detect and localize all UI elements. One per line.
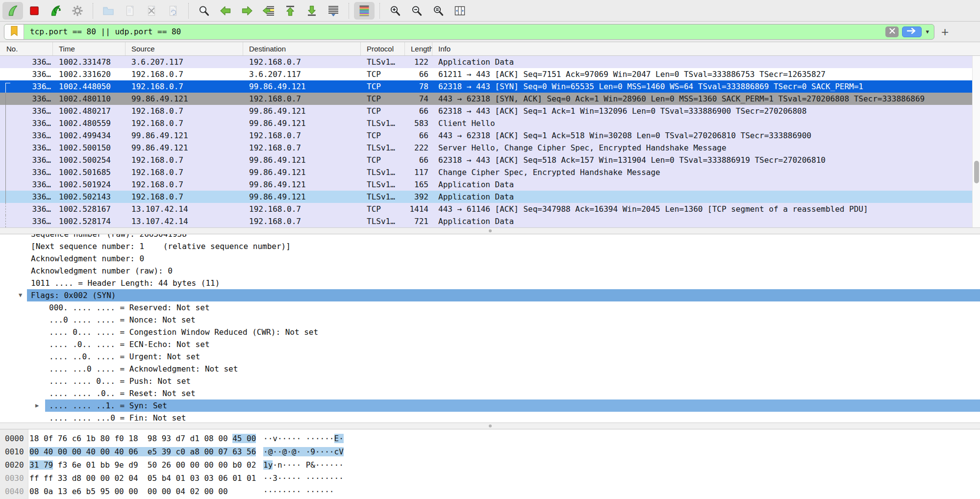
column-header-protocol[interactable]: Protocol	[361, 42, 405, 55]
zoom-in-button[interactable]	[385, 2, 405, 20]
detail-line[interactable]: Sequence number (raw): 2665041958	[0, 234, 980, 240]
column-header-source[interactable]: Source	[126, 42, 243, 55]
start-capture-button[interactable]	[2, 2, 23, 20]
go-back-button[interactable]	[215, 2, 236, 20]
cell-no: 336…	[0, 80, 53, 93]
expand-arrow-icon[interactable]: ▼	[19, 289, 22, 301]
filter-apply-button[interactable]	[902, 26, 922, 37]
packet-row[interactable]: 336…1002.480559192.168.0.799.86.49.121TL…	[0, 117, 980, 129]
go-to-packet-button[interactable]	[258, 2, 279, 20]
list-details-splitter[interactable]	[0, 227, 980, 234]
go-first-packet-button[interactable]	[280, 2, 301, 20]
hex-row[interactable]: 000018 0f 76 c6 1b 80 f0 18 98 93 d7 d1 …	[0, 432, 980, 445]
hex-row[interactable]: 002031 79 f3 6e 01 bb 9e d9 50 26 00 00 …	[0, 458, 980, 472]
detail-line[interactable]: .... .... ...0 = Fin: Not set	[0, 412, 980, 423]
filter-dropdown-button[interactable]: ▾	[926, 28, 929, 35]
hex-ascii[interactable]: ··3····· ········	[263, 472, 344, 485]
filter-clear-button[interactable]	[885, 26, 899, 37]
detail-line[interactable]: .... ..0. .... = Urgent: Not set	[0, 350, 980, 363]
wireshark-fin-icon	[6, 4, 19, 17]
auto-scroll-button[interactable]	[323, 2, 344, 20]
hex-row[interactable]: 004008 0a 13 e6 b5 95 00 00 00 00 04 02 …	[0, 485, 980, 498]
detail-line[interactable]: ▶.... .... ..1. = Syn: Set	[0, 399, 980, 412]
packet-row[interactable]: 336…1002.50015099.86.49.121192.168.0.7TL…	[0, 142, 980, 154]
packet-row[interactable]: 336…1002.52817413.107.42.14192.168.0.7TL…	[0, 215, 980, 227]
column-header-info[interactable]: Info	[432, 42, 980, 55]
detail-line[interactable]: [Next sequence number: 1 (relative seque…	[0, 240, 980, 252]
filter-bookmark-button[interactable]	[4, 25, 24, 39]
hex-bytes[interactable]: ff ff 33 d8 00 00 02 04 05 b4 01 03 03 0…	[29, 474, 256, 483]
go-last-packet-button[interactable]	[302, 2, 322, 20]
cell-dst: 192.168.0.7	[243, 142, 361, 154]
capture-options-button[interactable]	[67, 2, 88, 20]
go-forward-button[interactable]	[237, 2, 257, 20]
detail-line[interactable]: 000. .... .... = Reserved: Not set	[0, 301, 980, 314]
cell-dst: 99.86.49.121	[243, 105, 361, 117]
hex-bytes[interactable]: 08 0a 13 e6 b5 95 00 00 00 00 04 02 00 0…	[29, 487, 228, 496]
packet-row[interactable]: 336…1002.48011099.86.49.121192.168.0.7TC…	[0, 93, 980, 105]
cell-no: 336…	[0, 215, 53, 227]
packet-row[interactable]: 336…1002.3314783.6.207.117192.168.0.7TLS…	[0, 56, 980, 68]
find-packet-button[interactable]	[194, 2, 214, 20]
collapse-arrow-icon[interactable]: ▶	[35, 399, 39, 412]
cell-proto: TCP	[361, 203, 405, 215]
hex-row[interactable]: 0030ff ff 33 d8 00 00 02 04 05 b4 01 03 …	[0, 472, 980, 485]
detail-line[interactable]: Acknowledgment number: 0	[0, 252, 980, 265]
cell-time: 1002.480217	[53, 105, 126, 117]
packet-row[interactable]: 336…1002.480217192.168.0.799.86.49.121TC…	[0, 105, 980, 117]
packet-row[interactable]: 336…1002.331620192.168.0.73.6.207.117TCP…	[0, 68, 980, 80]
zoom-in-icon	[389, 4, 402, 17]
detail-line[interactable]: 1011 .... = Header Length: 44 bytes (11)	[0, 277, 980, 289]
stop-capture-button[interactable]	[24, 2, 45, 20]
display-filter-field[interactable]: tcp.port == 80 || udp.port == 80 ▾	[4, 24, 934, 40]
packet-row[interactable]: 336…1002.502143192.168.0.799.86.49.121TL…	[0, 191, 980, 203]
packet-row[interactable]: 336…1002.448050192.168.0.799.86.49.121TC…	[0, 80, 980, 93]
detail-line[interactable]: ▼Flags: 0x002 (SYN)	[0, 289, 980, 301]
zoom-out-button[interactable]	[406, 2, 427, 20]
zoom-original-button[interactable]	[428, 2, 449, 20]
hex-bytes[interactable]: 18 0f 76 c6 1b 80 f0 18 98 93 d7 d1 08 0…	[29, 434, 256, 443]
packet-row[interactable]: 336…1002.52816713.107.42.14192.168.0.7TC…	[0, 203, 980, 215]
detail-line[interactable]: .... .0.. .... = ECN-Echo: Not set	[0, 338, 980, 350]
restart-capture-button[interactable]	[46, 2, 66, 20]
details-hex-splitter[interactable]	[0, 423, 980, 429]
filter-input[interactable]: tcp.port == 80 || udp.port == 80	[24, 27, 885, 36]
caret-down-icon: ▾	[926, 28, 929, 35]
packet-row[interactable]: 336…1002.500254192.168.0.799.86.49.121TC…	[0, 154, 980, 166]
hex-bytes[interactable]: 00 40 00 00 40 00 40 06 e5 39 c0 a8 00 0…	[29, 447, 256, 456]
cell-dst: 192.168.0.7	[243, 215, 361, 227]
x-icon	[889, 27, 896, 36]
resize-columns-button[interactable]	[450, 2, 470, 20]
column-header-length[interactable]: Length	[405, 42, 432, 55]
detail-text: .... .... 0... = Push: Not set	[45, 375, 980, 387]
cell-info: 62318 → 443 [ACK] Seq=518 Ack=157 Win=13…	[432, 154, 980, 166]
hex-ascii[interactable]: ··v····· ······E·	[263, 432, 344, 445]
hex-bytes[interactable]: 31 79 f3 6e 01 bb 9e d9 50 26 00 00 00 0…	[29, 460, 256, 470]
packet-list-scrollbar[interactable]	[972, 56, 980, 227]
colorize-button[interactable]	[354, 2, 375, 20]
column-header-time[interactable]: Time	[53, 42, 126, 55]
detail-line[interactable]: .... ...0 .... = Acknowledgment: Not set	[0, 363, 980, 375]
scrollbar-thumb[interactable]	[974, 161, 979, 183]
cell-no: 336…	[0, 93, 53, 105]
packet-row[interactable]: 336…1002.501924192.168.0.799.86.49.121TL…	[0, 178, 980, 191]
column-header-destination[interactable]: Destination	[243, 42, 361, 55]
filter-add-button[interactable]: +	[941, 27, 949, 37]
cell-len: 117	[405, 166, 432, 178]
packet-row[interactable]: 336…1002.501685192.168.0.799.86.49.121TL…	[0, 166, 980, 178]
hex-ascii[interactable]: ········ ······	[263, 485, 334, 498]
hex-ascii[interactable]: 1y·n···· P&······	[263, 458, 344, 472]
close-file-button	[141, 2, 162, 20]
detail-text: .... 0... .... = Congestion Window Reduc…	[45, 326, 980, 338]
cell-time: 1002.502143	[53, 191, 126, 203]
hex-row[interactable]: 001000 40 00 00 40 00 40 06 e5 39 c0 a8 …	[0, 445, 980, 458]
cell-src: 99.86.49.121	[126, 142, 243, 154]
column-header-no[interactable]: No.	[0, 42, 53, 55]
detail-line[interactable]: .... .... .0.. = Reset: Not set	[0, 387, 980, 399]
detail-line[interactable]: .... 0... .... = Congestion Window Reduc…	[0, 326, 980, 338]
detail-line[interactable]: ...0 .... .... = Nonce: Not set	[0, 314, 980, 326]
packet-row[interactable]: 336…1002.49943499.86.49.121192.168.0.7TC…	[0, 129, 980, 142]
hex-ascii[interactable]: ·@··@·@· ·9····cV	[263, 445, 344, 458]
detail-line[interactable]: Acknowledgment number (raw): 0	[0, 265, 980, 277]
detail-line[interactable]: .... .... 0... = Push: Not set	[0, 375, 980, 387]
